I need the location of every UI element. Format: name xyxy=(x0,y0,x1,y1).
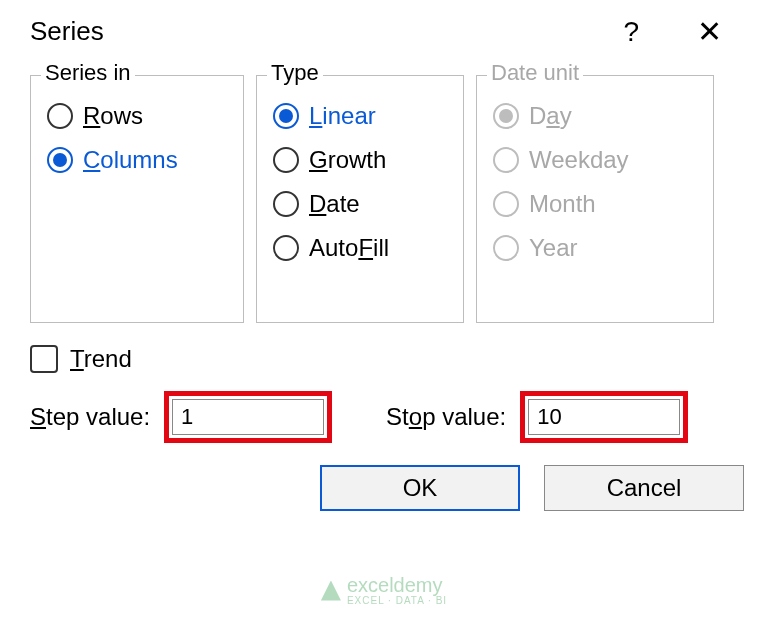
radio-date-label: Date xyxy=(309,190,360,218)
radio-rows[interactable]: Rows xyxy=(47,102,227,130)
group-series-in: Series in Rows Columns xyxy=(30,75,244,323)
group-series-in-legend: Series in xyxy=(41,60,135,86)
radio-icon xyxy=(493,147,519,173)
stop-value-input-wrap: 10 xyxy=(520,391,688,443)
radio-linear[interactable]: Linear xyxy=(273,102,447,130)
watermark-text: exceldemy xyxy=(347,575,447,595)
radio-icon xyxy=(273,147,299,173)
radio-month: Month xyxy=(493,190,697,218)
radio-columns[interactable]: Columns xyxy=(47,146,227,174)
stop-value-input[interactable]: 10 xyxy=(528,399,680,435)
group-type: Type Linear Growth Date AutoFill xyxy=(256,75,464,323)
close-icon[interactable]: ✕ xyxy=(697,14,722,49)
radio-month-label: Month xyxy=(529,190,596,218)
trend-label: Trend xyxy=(70,345,132,373)
dialog-title: Series xyxy=(30,16,104,47)
trend-checkbox[interactable] xyxy=(30,345,58,373)
radio-growth-label: Growth xyxy=(309,146,386,174)
radio-weekday: Weekday xyxy=(493,146,697,174)
help-icon[interactable]: ? xyxy=(623,16,639,48)
radio-icon xyxy=(273,235,299,261)
cancel-button[interactable]: Cancel xyxy=(544,465,744,511)
radio-linear-label: Linear xyxy=(309,102,376,130)
radio-day: Day xyxy=(493,102,697,130)
values-row: Step value: 1 Stop value: 10 xyxy=(30,391,750,443)
watermark-logo-icon xyxy=(321,581,341,601)
trend-option[interactable]: Trend xyxy=(30,345,750,373)
radio-icon xyxy=(493,235,519,261)
group-date-unit-legend: Date unit xyxy=(487,60,583,86)
radio-weekday-label: Weekday xyxy=(529,146,629,174)
radio-icon xyxy=(493,103,519,129)
step-value-input-wrap: 1 xyxy=(164,391,332,443)
radio-year: Year xyxy=(493,234,697,262)
radio-autofill[interactable]: AutoFill xyxy=(273,234,447,262)
radio-icon xyxy=(493,191,519,217)
radio-date[interactable]: Date xyxy=(273,190,447,218)
radio-day-label: Day xyxy=(529,102,572,130)
titlebar: Series ? ✕ xyxy=(30,0,750,57)
radio-icon xyxy=(47,147,73,173)
window-controls: ? ✕ xyxy=(623,14,744,49)
radio-icon xyxy=(273,103,299,129)
radio-icon xyxy=(273,191,299,217)
step-value-label: Step value: xyxy=(30,403,150,431)
radio-columns-label: Columns xyxy=(83,146,178,174)
radio-autofill-label: AutoFill xyxy=(309,234,389,262)
radio-growth[interactable]: Growth xyxy=(273,146,447,174)
radio-year-label: Year xyxy=(529,234,578,262)
group-date-unit: Date unit Day Weekday Month Year xyxy=(476,75,714,323)
series-dialog: Series ? ✕ Series in Rows Columns Type L… xyxy=(0,0,768,529)
ok-button[interactable]: OK xyxy=(320,465,520,511)
radio-rows-label: Rows xyxy=(83,102,143,130)
button-row: OK Cancel xyxy=(30,465,750,511)
group-type-legend: Type xyxy=(267,60,323,86)
watermark-subtext: EXCEL · DATA · BI xyxy=(347,595,447,606)
radio-icon xyxy=(47,103,73,129)
options-row: Series in Rows Columns Type Linear Growt… xyxy=(30,75,750,323)
step-value-input[interactable]: 1 xyxy=(172,399,324,435)
stop-value-label: Stop value: xyxy=(386,403,506,431)
watermark: exceldemy EXCEL · DATA · BI xyxy=(321,575,447,606)
